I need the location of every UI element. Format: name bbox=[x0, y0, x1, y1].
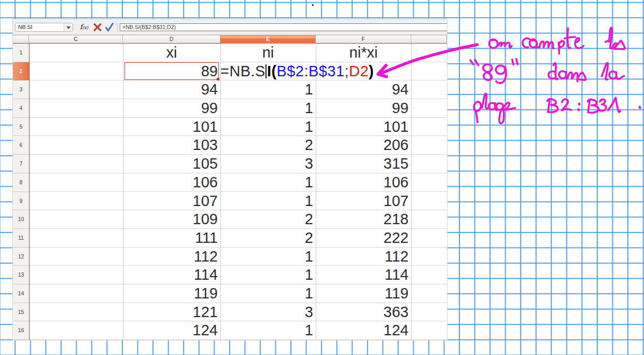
spreadsheet-window: NB.SI f(x) =NB.SI(B$2:B$31;D2) CDEF 1234… bbox=[13, 19, 447, 340]
cell-D11[interactable]: 111 bbox=[123, 229, 220, 248]
cell-E11[interactable]: 2 bbox=[220, 229, 316, 248]
column-header-D[interactable]: D bbox=[123, 35, 220, 43]
cell-F8[interactable]: 106 bbox=[316, 173, 411, 192]
cell-D10[interactable]: 109 bbox=[123, 210, 220, 229]
cell-F3[interactable]: 94 bbox=[316, 80, 411, 99]
row-header-6[interactable]: 6 bbox=[13, 136, 29, 155]
cell-E8[interactable]: 1 bbox=[220, 173, 316, 192]
annotation-line3 bbox=[474, 93, 640, 123]
cell-E3[interactable]: 1 bbox=[220, 80, 316, 99]
cell-F7[interactable]: 315 bbox=[316, 155, 411, 173]
row-header-7[interactable]: 7 bbox=[13, 155, 29, 173]
row-header-4[interactable]: 4 bbox=[13, 99, 29, 118]
toolbar-separator bbox=[117, 23, 118, 32]
cell-D8[interactable]: 106 bbox=[123, 173, 220, 192]
function-wizard-icon[interactable]: f(x) bbox=[78, 21, 90, 33]
sheet-row-4: 99199 bbox=[30, 99, 447, 118]
row-header-16[interactable]: 16 bbox=[13, 321, 29, 340]
formula-segment: =NB.S bbox=[220, 63, 265, 79]
cell-E12[interactable]: 1 bbox=[220, 248, 316, 266]
cell-E13[interactable]: 1 bbox=[220, 266, 316, 284]
formula-toolbar: NB.SI f(x) =NB.SI(B$2:B$31;D2) bbox=[13, 19, 447, 35]
corner-box[interactable] bbox=[13, 35, 29, 43]
cell-D15[interactable]: 121 bbox=[123, 303, 220, 322]
cell-D5[interactable]: 101 bbox=[123, 118, 220, 136]
row-header-15[interactable]: 15 bbox=[13, 303, 29, 322]
cell-E7[interactable]: 3 bbox=[220, 155, 316, 173]
cell-F10[interactable]: 218 bbox=[316, 210, 411, 229]
cell-E9[interactable]: 1 bbox=[220, 192, 316, 211]
sheet-row-13: 1141114 bbox=[30, 266, 447, 284]
formula-segment: ; bbox=[345, 63, 349, 79]
stray-dot bbox=[313, 5, 313, 6]
row-header-5[interactable]: 5 bbox=[13, 118, 29, 136]
cell-F1[interactable]: ni*xi bbox=[316, 44, 411, 62]
column-headers: CDEF bbox=[13, 35, 447, 44]
cell-F11[interactable]: 222 bbox=[316, 229, 411, 248]
sheet-row-10: 1092218 bbox=[30, 210, 447, 229]
cell-E4[interactable]: 1 bbox=[220, 99, 316, 118]
cell-F6[interactable]: 206 bbox=[316, 136, 411, 155]
cell-D6[interactable]: 103 bbox=[123, 136, 220, 155]
row-header-13[interactable]: 13 bbox=[13, 266, 29, 284]
editing-cell-formula[interactable]: =NB.SI(B$2:B$31;D2) bbox=[220, 62, 374, 81]
row-headers: 12345678910111213141516 bbox=[13, 44, 30, 340]
formula-input[interactable]: =NB.SI(B$2:B$31;D2) bbox=[120, 23, 447, 31]
sheet-row-9: 1071107 bbox=[30, 192, 447, 211]
annotation-line2 bbox=[470, 59, 624, 83]
sheet-row-1: xinini*xi bbox=[30, 44, 447, 62]
name-box-dropdown-button[interactable] bbox=[64, 23, 73, 31]
row-header-11[interactable]: 11 bbox=[13, 229, 29, 248]
sheet-row-15: 1213363 bbox=[30, 303, 447, 322]
cell-D9[interactable]: 107 bbox=[123, 192, 220, 211]
cell-F16[interactable]: 124 bbox=[316, 321, 411, 340]
cell-D1[interactable]: xi bbox=[123, 44, 220, 62]
row-header-12[interactable]: 12 bbox=[13, 248, 29, 266]
name-box-input[interactable]: NB.SI bbox=[18, 23, 65, 31]
row-header-3[interactable]: 3 bbox=[13, 80, 29, 99]
reference-highlight-box bbox=[124, 62, 219, 80]
sheet-row-5: 1011101 bbox=[30, 118, 447, 136]
cell-D3[interactable]: 94 bbox=[123, 80, 220, 99]
accept-icon[interactable] bbox=[103, 21, 116, 34]
cell-F12[interactable]: 112 bbox=[316, 248, 411, 266]
row-header-9[interactable]: 9 bbox=[13, 192, 29, 211]
column-header-E[interactable]: E bbox=[220, 35, 316, 44]
cancel-icon[interactable] bbox=[91, 21, 104, 34]
column-header-F[interactable]: F bbox=[316, 35, 411, 43]
cell-E1[interactable]: ni bbox=[220, 44, 316, 62]
sheet-row-7: 1053315 bbox=[30, 155, 447, 173]
cell-F4[interactable]: 99 bbox=[316, 99, 411, 118]
cell-F14[interactable]: 119 bbox=[316, 284, 411, 303]
cell-E10[interactable]: 2 bbox=[220, 210, 316, 229]
cell-E5[interactable]: 1 bbox=[220, 118, 316, 136]
cell-D14[interactable]: 119 bbox=[123, 284, 220, 303]
cell-D4[interactable]: 99 bbox=[123, 99, 220, 118]
row-header-14[interactable]: 14 bbox=[13, 284, 29, 303]
cell-E16[interactable]: 1 bbox=[220, 321, 316, 340]
row-header-1[interactable]: 1 bbox=[13, 44, 29, 62]
formula-segment: I( bbox=[267, 63, 277, 79]
formula-segment: B$2:B$31 bbox=[277, 63, 345, 79]
row-header-8[interactable]: 8 bbox=[13, 173, 29, 192]
cell-D12[interactable]: 112 bbox=[123, 248, 220, 266]
column-header-C[interactable]: C bbox=[29, 35, 123, 43]
cell-F13[interactable]: 114 bbox=[316, 266, 411, 284]
cell-F5[interactable]: 101 bbox=[316, 118, 411, 136]
cell-F9[interactable]: 107 bbox=[316, 192, 411, 211]
cell-F15[interactable]: 363 bbox=[316, 303, 411, 322]
cell-E6[interactable]: 2 bbox=[220, 136, 316, 155]
row-header-2[interactable]: 2 bbox=[13, 62, 29, 81]
column-header-partial[interactable] bbox=[411, 35, 447, 43]
reference-drag-handle[interactable] bbox=[217, 78, 219, 80]
row-header-10[interactable]: 10 bbox=[13, 210, 29, 229]
cell-E14[interactable]: 1 bbox=[220, 284, 316, 303]
sheet-row-11: 1112222 bbox=[30, 229, 447, 248]
cell-D16[interactable]: 124 bbox=[123, 321, 220, 340]
sheet-row-14: 1191119 bbox=[30, 284, 447, 303]
cell-D7[interactable]: 105 bbox=[123, 155, 220, 173]
formula-segment: ) bbox=[369, 63, 374, 79]
cell-E15[interactable]: 3 bbox=[220, 303, 316, 322]
sheet-row-12: 1121112 bbox=[30, 248, 447, 266]
cell-D13[interactable]: 114 bbox=[123, 266, 220, 284]
